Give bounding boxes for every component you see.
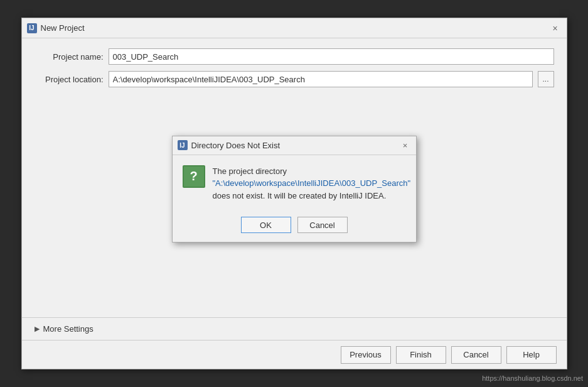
dialog-question-icon: ?: [183, 165, 205, 188]
finish-button[interactable]: Finish: [396, 346, 446, 364]
dialog-close-button[interactable]: ×: [400, 139, 411, 151]
content-area: Project name: Project location: ... IJ D…: [22, 38, 567, 340]
message-line2: does not exist. It will be created by In…: [213, 191, 387, 200]
app-icon: IJ: [27, 23, 37, 33]
message-line1: The project directory: [213, 166, 287, 176]
dialog-body: ? The project directory "A:\develop\work…: [173, 155, 416, 212]
main-window: IJ New Project × Project name: Project l…: [21, 18, 567, 369]
dialog-title-left: IJ Directory Does Not Exist: [178, 140, 281, 150]
dialog-overlay: IJ Directory Does Not Exist × ? The proj…: [22, 38, 567, 340]
dialog: IJ Directory Does Not Exist × ? The proj…: [172, 136, 417, 243]
dialog-footer: OK Cancel: [173, 212, 416, 242]
dialog-ok-button[interactable]: OK: [241, 217, 291, 233]
help-button[interactable]: Help: [506, 346, 557, 364]
dialog-app-icon: IJ: [178, 140, 188, 150]
dialog-title: Directory Does Not Exist: [191, 141, 281, 150]
main-close-button[interactable]: ×: [549, 22, 562, 35]
window-title: New Project: [41, 23, 85, 33]
cancel-button[interactable]: Cancel: [451, 346, 501, 364]
dialog-title-bar: IJ Directory Does Not Exist ×: [173, 136, 416, 155]
message-path: "A:\develop\workspace\IntelliJIDEA\003_U…: [213, 178, 411, 188]
title-bar-left: IJ New Project: [27, 23, 85, 33]
watermark: https://hanshuliang.blog.csdn.net: [482, 374, 583, 382]
dialog-cancel-button[interactable]: Cancel: [297, 217, 348, 233]
footer-bar: Previous Finish Cancel Help: [22, 340, 567, 369]
previous-button[interactable]: Previous: [341, 346, 391, 364]
main-title-bar: IJ New Project ×: [22, 18, 567, 38]
dialog-message: The project directory "A:\develop\worksp…: [213, 165, 411, 202]
